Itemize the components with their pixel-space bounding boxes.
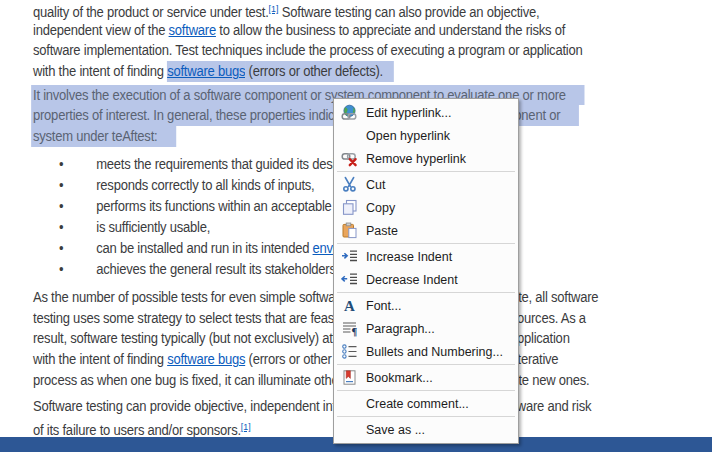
- context-menu: Edit hyperlink...Open hyperlink Remove h…: [333, 98, 519, 444]
- menu-item-label: Save as ...: [366, 423, 425, 437]
- text-run: independent view of the: [33, 22, 169, 38]
- menu-item-increase-indent[interactable]: Increase Indent: [334, 245, 518, 268]
- text-line: with the intent of finding software bugs…: [33, 61, 684, 82]
- menu-item-label: Remove hyperlink: [366, 152, 466, 166]
- text-run: software implementation. Test techniques…: [33, 42, 582, 58]
- text-run: quality of the product or service under …: [33, 4, 269, 20]
- menu-separator: [337, 390, 515, 391]
- text-line: independent view of the software to allo…: [33, 20, 684, 41]
- text-run: responds correctly to all kinds of input…: [96, 177, 314, 193]
- bullet-glyph: •: [33, 217, 96, 238]
- text-line: quality of the product or service under …: [33, 0, 684, 20]
- text-run: performs its functions within an accepta…: [96, 198, 362, 214]
- menu-item-save-as[interactable]: Save as ...: [334, 418, 518, 441]
- no-icon: [340, 127, 358, 144]
- menu-item-decrease-indent[interactable]: Decrease Indent: [334, 268, 518, 291]
- menu-separator: [337, 243, 515, 244]
- menu-item-edit-hyperlink[interactable]: Edit hyperlink...: [334, 101, 518, 124]
- menu-item-label: Create comment...: [366, 397, 469, 411]
- menu-item-label: Paragraph...: [366, 322, 435, 336]
- paragraph-icon: ¶: [340, 320, 358, 337]
- menu-separator: [337, 364, 515, 365]
- text-line: is sufficiently usable,: [96, 217, 210, 238]
- menu-item-bullets-and-numbering[interactable]: Bullets and Numbering...: [334, 340, 518, 363]
- svg-text:¶: ¶: [351, 326, 357, 337]
- text-run: of its failure to users and/or sponsors.: [33, 422, 241, 438]
- copy-icon: [340, 199, 358, 216]
- context-menu-items: Edit hyperlink...Open hyperlink Remove h…: [334, 101, 518, 441]
- text-line: software implementation. Test techniques…: [33, 40, 684, 61]
- menu-item-label: Bullets and Numbering...: [366, 345, 503, 359]
- font-icon: A: [340, 297, 358, 314]
- menu-item-label: Edit hyperlink...: [366, 106, 451, 120]
- reference-link[interactable]: [1]: [269, 3, 279, 14]
- menu-item-label: Copy: [366, 201, 395, 215]
- increase-indent-icon: [340, 248, 358, 265]
- svg-text:A: A: [344, 298, 355, 314]
- selected-text-line: system under teAftest:: [31, 126, 176, 147]
- bookmark-icon: [340, 369, 358, 386]
- menu-item-paste[interactable]: Paste: [334, 219, 518, 242]
- menu-item-label: Cut: [366, 178, 385, 192]
- menu-item-copy[interactable]: Copy: [334, 196, 518, 219]
- text-run: with the intent of finding: [33, 63, 167, 79]
- menu-item-create-comment[interactable]: Create comment...: [334, 392, 518, 415]
- text-run: can be installed and run in its intended: [96, 240, 312, 256]
- menu-item-label: Decrease Indent: [366, 273, 458, 287]
- text-run: to allow the business to appreciate and …: [216, 22, 565, 38]
- text-run: Software testing can also provide an obj…: [278, 4, 539, 20]
- hyperlink[interactable]: software bugs: [167, 351, 245, 367]
- bullets-numbering-icon: [340, 343, 358, 360]
- bullet-glyph: •: [33, 175, 96, 196]
- bullet-glyph: •: [33, 238, 96, 259]
- hyperlink[interactable]: software: [169, 22, 216, 38]
- menu-item-font[interactable]: A Font...: [334, 294, 518, 317]
- menu-item-label: Increase Indent: [366, 250, 452, 264]
- document-canvas: quality of the product or service under …: [0, 0, 712, 452]
- text-run: with the intent of finding: [33, 351, 167, 367]
- text-run: is sufficiently usable,: [96, 219, 210, 235]
- menu-separator: [337, 292, 515, 293]
- menu-item-remove-hyperlink[interactable]: Remove hyperlink: [334, 147, 518, 170]
- text-line: responds correctly to all kinds of input…: [96, 175, 314, 196]
- paste-icon: [340, 222, 358, 239]
- highlighted-text: (errors or other defects).: [245, 61, 394, 82]
- bullet-glyph: •: [33, 259, 96, 280]
- paragraph-1[interactable]: quality of the product or service under …: [33, 0, 684, 82]
- menu-separator: [337, 416, 515, 417]
- text-run: system under teAftest:: [33, 128, 157, 144]
- menu-separator: [337, 171, 515, 172]
- menu-item-open-hyperlink[interactable]: Open hyperlink: [334, 124, 518, 147]
- menu-item-label: Paste: [366, 224, 398, 238]
- menu-item-bookmark[interactable]: Bookmark...: [334, 366, 518, 389]
- hyperlink[interactable]: software bugs: [167, 61, 245, 82]
- bullet-glyph: •: [33, 196, 96, 217]
- cut-icon: [340, 176, 358, 193]
- bullet-glyph: •: [33, 154, 96, 175]
- menu-item-label: Open hyperlink: [366, 129, 450, 143]
- menu-item-paragraph[interactable]: ¶ Paragraph...: [334, 317, 518, 340]
- no-icon: [340, 395, 358, 412]
- no-icon: [340, 421, 358, 438]
- menu-item-label: Font...: [366, 299, 401, 313]
- edit-hyperlink-icon: [340, 104, 358, 121]
- remove-hyperlink-icon: [340, 150, 358, 167]
- menu-item-cut[interactable]: Cut: [334, 173, 518, 196]
- text-line: performs its functions within an accepta…: [96, 196, 362, 217]
- decrease-indent-icon: [340, 271, 358, 288]
- reference-link[interactable]: [1]: [241, 421, 251, 432]
- menu-item-label: Bookmark...: [366, 371, 433, 385]
